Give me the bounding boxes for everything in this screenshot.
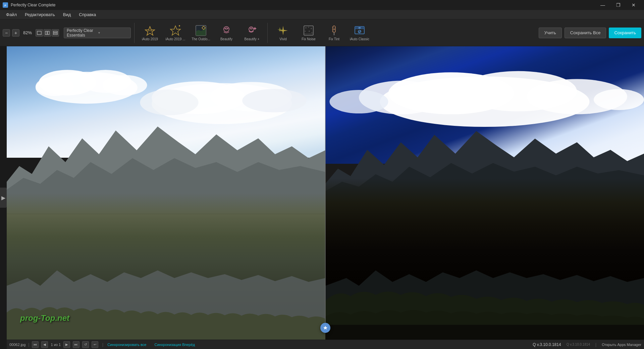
view-split-button[interactable]	[44, 29, 51, 37]
fixnoise-icon	[303, 24, 315, 37]
svg-text:2019: 2019	[148, 30, 152, 32]
before-image	[7, 46, 325, 340]
sync-forward-button[interactable]: Синхронизация Вперёд	[154, 343, 195, 347]
nav-back-button[interactable]: ↩	[92, 341, 98, 348]
beautifyplus-icon	[246, 24, 258, 37]
tool-outdoor[interactable]: The Outdo...	[189, 21, 213, 45]
nav-first-button[interactable]: ⏮	[32, 341, 39, 348]
sync-all-button[interactable]: Синхронизировать все	[107, 343, 146, 347]
toolbar-right: СИЛА 100 Учить Сохранить Все Сохранить	[455, 28, 641, 38]
zoom-out-button[interactable]: −	[3, 29, 10, 37]
canvas-area: prog-Top.net	[7, 46, 644, 340]
minimize-button[interactable]: —	[595, 0, 610, 10]
learn-button[interactable]: Учить	[539, 28, 562, 38]
svg-point-24	[252, 28, 253, 29]
tool-beautifyplus-label: Beautify +	[245, 37, 260, 41]
tool-beautify-label: Beautify	[220, 37, 232, 41]
tool-fixtint[interactable]: Fix Tint	[322, 21, 346, 45]
tool-fixtint-label: Fix Tint	[329, 37, 339, 41]
main-area: ▶	[0, 46, 644, 349]
tool-iauto2019-label: iAuto 2019	[142, 37, 158, 41]
iautoclassic-icon: HD	[354, 24, 366, 37]
tool-outdoor-label: The Outdo...	[192, 37, 210, 41]
svg-text:HD: HD	[358, 27, 361, 29]
tool-iautoclassic-label: iAuto Classic	[350, 37, 369, 41]
tool-vivid-label: Vivid	[279, 37, 287, 41]
beautify-icon	[220, 24, 232, 37]
svg-point-59	[594, 89, 644, 110]
toolbar: − + 82% Perfectly Clear Essentials ▾ 201…	[0, 19, 644, 46]
window-controls: — ❐ ✕	[595, 0, 641, 10]
menu-help[interactable]: Справка	[75, 11, 99, 18]
tool-iauto2019b[interactable]: iAuto 2019 ...	[163, 21, 187, 45]
after-image	[325, 46, 644, 340]
version-info: Q v.3.10.0.1814	[533, 342, 561, 347]
tool-fixnoise[interactable]: Fix Noise	[297, 21, 321, 45]
iauto2019-icon: 2019	[144, 24, 156, 37]
svg-point-31	[305, 31, 306, 32]
svg-point-23	[250, 28, 251, 29]
menu-view[interactable]: Вид	[60, 11, 74, 18]
tool-beautify[interactable]: Beautify	[214, 21, 238, 45]
svg-point-29	[308, 27, 309, 28]
preset-name: Perfectly Clear Essentials	[67, 28, 96, 38]
zoom-in-button[interactable]: +	[12, 29, 19, 37]
zoom-value: 82%	[21, 30, 34, 35]
view-buttons	[36, 29, 59, 37]
nav-prev-button[interactable]: ◀	[41, 341, 48, 348]
svg-rect-6	[53, 33, 57, 35]
view-single-button[interactable]	[36, 29, 43, 37]
split-divider[interactable]	[325, 46, 326, 330]
svg-point-20	[227, 28, 228, 29]
fixtint-icon	[328, 24, 340, 37]
tool-iauto2019[interactable]: 2019 iAuto 2019	[138, 21, 162, 45]
outdoor-icon	[195, 24, 207, 37]
svg-point-52	[242, 89, 307, 112]
iauto2019b-icon	[169, 24, 181, 37]
page-info: 1 из 1	[51, 343, 61, 347]
menubar: Файл Редактировать Вид Справка	[0, 10, 644, 19]
left-panel-toggle[interactable]: ▶	[0, 188, 7, 208]
maximize-button[interactable]: ❐	[610, 0, 626, 10]
toolbar-left-controls: − + 82%	[3, 29, 59, 37]
nav-next-button[interactable]: ▶	[63, 341, 70, 348]
svg-point-28	[305, 27, 307, 29]
svg-rect-3	[45, 31, 47, 35]
svg-point-38	[333, 29, 335, 30]
nav-last-button[interactable]: ⏭	[73, 341, 79, 348]
svg-point-33	[312, 32, 313, 33]
svg-point-46	[36, 77, 74, 96]
tool-beautifyplus[interactable]: Beautify +	[240, 21, 264, 45]
svg-point-19	[225, 28, 226, 29]
tool-vivid[interactable]: Vivid	[271, 21, 295, 45]
nav-refresh-button[interactable]: ↺	[82, 341, 89, 348]
open-apps-manager-button[interactable]: Открыть Apps Manager	[602, 343, 641, 347]
vivid-icon	[277, 24, 289, 37]
bottombar: 00062.jpg | ⏮ ◀ 1 из 1 ▶ ⏭ ↺ ↩ | Синхрон…	[7, 340, 644, 349]
split-handle[interactable]	[320, 323, 330, 333]
svg-rect-5	[53, 31, 57, 33]
toolbar-separator-2	[267, 23, 268, 43]
close-button[interactable]: ✕	[626, 0, 641, 10]
svg-point-58	[330, 90, 388, 113]
window-title: Perfectly Clear Complete	[11, 3, 55, 7]
menu-file[interactable]: Файл	[3, 11, 20, 18]
filename: 00062.jpg	[9, 343, 25, 347]
svg-rect-2	[37, 31, 41, 35]
toolbar-separator	[134, 23, 135, 43]
menu-edit[interactable]: Редактировать	[21, 11, 58, 18]
tool-iauto2019b-label: iAuto 2019 ...	[166, 37, 185, 41]
save-button[interactable]: Сохранить	[609, 28, 641, 38]
watermark: prog-Top.net	[20, 313, 69, 323]
view-compare-button[interactable]	[52, 29, 59, 37]
tool-fixnoise-label: Fix Noise	[302, 37, 316, 41]
version-info-text: Q v.3.10.0.1814	[567, 343, 590, 346]
titlebar: P Perfectly Clear Complete — ❐ ✕	[0, 0, 644, 10]
svg-text:P: P	[4, 4, 6, 7]
app-icon: P	[3, 2, 8, 8]
preset-selector[interactable]: Perfectly Clear Essentials ▾	[64, 28, 131, 38]
save-all-button[interactable]: Сохранить Все	[565, 28, 606, 38]
svg-point-30	[311, 28, 312, 29]
svg-point-32	[309, 31, 310, 32]
tool-iautoclassic[interactable]: HD iAuto Classic	[347, 21, 372, 45]
